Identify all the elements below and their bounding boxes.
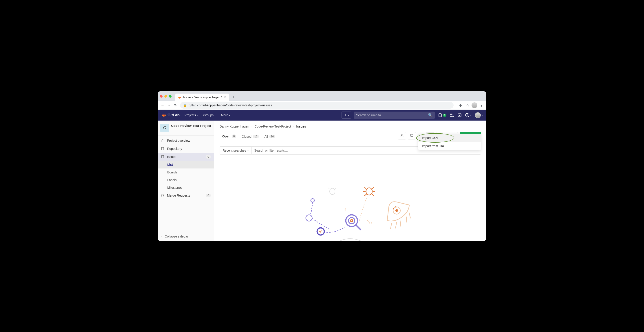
browser-tab[interactable]: Issues · Danny Koppenhagen / ✕ <box>175 94 229 101</box>
calendar-button[interactable] <box>408 132 416 139</box>
project-avatar: C <box>160 124 169 132</box>
collapse-label: Collapse sidebar <box>165 235 188 238</box>
back-button[interactable]: ← <box>160 102 166 108</box>
sidebar-item-label: Project overview <box>167 139 190 142</box>
issues-link[interactable]: 1 <box>438 113 446 117</box>
global-search[interactable]: 🔍 <box>354 112 435 119</box>
new-tab-button[interactable]: + <box>232 95 235 99</box>
svg-point-25 <box>366 188 372 195</box>
calendar-icon <box>410 134 414 138</box>
issue-icon <box>161 155 164 158</box>
svg-point-24 <box>370 222 372 224</box>
browser-tabbar: Issues · Danny Koppenhagen / ✕ + <box>158 91 486 101</box>
home-icon <box>161 139 164 142</box>
chevron-down-icon: ▾ <box>470 114 471 116</box>
svg-point-19 <box>348 218 355 224</box>
address-bar[interactable]: 🔒 gitlab.com/d-koppenhagen/code-review-t… <box>180 102 454 109</box>
breadcrumb: Danny Koppenhagen › Code-Review-Test-Pro… <box>220 125 481 128</box>
plus-icon: ＋ <box>344 113 347 117</box>
nav-groups[interactable]: Groups▾ <box>203 113 216 117</box>
svg-rect-11 <box>410 134 413 136</box>
recent-searches-dropdown[interactable]: Recent searches▾ <box>220 147 252 154</box>
breadcrumb-current: Issues <box>296 125 306 128</box>
sidebar-item-issues[interactable]: Issues 0 <box>158 153 214 161</box>
sidebar-sub-boards[interactable]: Boards <box>158 169 214 176</box>
sidebar-item-label: Repository <box>167 147 182 150</box>
chevron-right-icon: › <box>252 125 252 128</box>
svg-rect-6 <box>162 155 164 158</box>
breadcrumb-project[interactable]: Code-Review-Test-Project <box>254 125 291 128</box>
user-avatar <box>475 112 481 118</box>
mr-count: 0 <box>206 194 211 197</box>
user-menu[interactable]: ▾ <box>475 112 483 118</box>
zoom-icon[interactable]: ⊕ <box>457 102 464 108</box>
todos-icon[interactable] <box>458 113 462 117</box>
nav-projects[interactable]: Projects▾ <box>184 113 198 117</box>
window-traffic-lights <box>160 95 172 98</box>
tab-open[interactable]: Open0 <box>220 132 239 141</box>
merge-request-icon[interactable] <box>450 113 454 117</box>
svg-line-26 <box>364 187 366 189</box>
project-name: Code-Review-Test-Project <box>171 124 211 132</box>
svg-point-15 <box>311 199 314 202</box>
sidebar-project-header[interactable]: C Code-Review-Test-Project <box>158 121 214 136</box>
svg-line-34 <box>335 188 336 189</box>
search-input[interactable] <box>356 113 426 117</box>
chevron-down-icon: ▾ <box>248 149 248 152</box>
gitlab-header: GitLab Projects▾ Groups▾ More▾ ＋▾ 🔍 1 ?▾… <box>158 110 486 121</box>
svg-point-16 <box>306 215 312 221</box>
browser-toolbar: ← → ⟳ 🔒 gitlab.com/d-koppenhagen/code-re… <box>158 101 486 110</box>
svg-point-10 <box>400 136 402 136</box>
forward-button[interactable]: → <box>166 102 172 108</box>
close-tab-icon[interactable]: ✕ <box>224 96 226 99</box>
maximize-window-button[interactable] <box>169 95 172 98</box>
gitlab-logo[interactable]: GitLab <box>161 113 180 118</box>
svg-point-12 <box>326 239 375 241</box>
sidebar-item-label: Merge Requests <box>167 194 190 197</box>
sidebar-item-repository[interactable]: Repository <box>158 145 214 153</box>
chevron-right-icon: › <box>293 125 294 128</box>
browser-window: Issues · Danny Koppenhagen / ✕ + ← → ⟳ 🔒… <box>158 91 486 241</box>
merge-request-icon <box>161 194 164 197</box>
nav-more[interactable]: More▾ <box>221 113 230 117</box>
gitlab-favicon-icon <box>178 96 182 99</box>
issues-count: 0 <box>206 155 211 158</box>
help-dropdown[interactable]: ?▾ <box>465 113 471 117</box>
svg-line-27 <box>372 187 374 189</box>
tab-all[interactable]: All10 <box>262 132 278 141</box>
sidebar-sub-list[interactable]: List <box>158 161 214 169</box>
new-dropdown-button[interactable]: ＋▾ <box>342 112 351 118</box>
svg-point-36 <box>395 209 398 212</box>
dropdown-import-jira[interactable]: Import from Jira <box>418 142 481 150</box>
issues-count-badge: 1 <box>443 114 446 117</box>
sidebar-item-merge-requests[interactable]: Merge Requests 0 <box>158 192 214 200</box>
chevron-down-icon: ▾ <box>482 114 483 116</box>
svg-line-31 <box>372 194 374 196</box>
rss-button[interactable] <box>398 132 406 139</box>
close-window-button[interactable] <box>160 95 162 98</box>
dropdown-import-csv[interactable]: Import CSV <box>418 134 481 142</box>
svg-line-30 <box>364 194 366 196</box>
profile-avatar[interactable] <box>472 102 478 108</box>
svg-point-23 <box>367 220 369 222</box>
sidebar-sub-milestones[interactable]: Milestones <box>158 184 214 192</box>
browser-menu-icon[interactable] <box>478 102 484 108</box>
collapse-sidebar-button[interactable]: « Collapse sidebar <box>158 232 214 241</box>
tab-closed[interactable]: Closed10 <box>239 132 262 141</box>
svg-point-3 <box>452 116 454 117</box>
lock-icon: 🔒 <box>183 104 186 107</box>
minimize-window-button[interactable] <box>164 95 167 98</box>
search-icon: 🔍 <box>428 113 432 117</box>
sidebar-item-overview[interactable]: Project overview <box>158 136 214 145</box>
svg-point-20 <box>350 220 353 222</box>
chevron-down-icon: ▾ <box>229 114 230 116</box>
svg-rect-0 <box>439 114 442 117</box>
rss-icon <box>400 134 404 138</box>
bookmark-icon[interactable]: ☆ <box>464 102 471 108</box>
sidebar-sub-labels[interactable]: Labels <box>158 176 214 184</box>
chevron-down-icon: ▾ <box>197 114 198 116</box>
svg-point-22 <box>344 209 346 210</box>
breadcrumb-owner[interactable]: Danny Koppenhagen <box>220 125 249 128</box>
empty-state-illustration <box>288 187 413 241</box>
reload-button[interactable]: ⟳ <box>172 102 178 108</box>
